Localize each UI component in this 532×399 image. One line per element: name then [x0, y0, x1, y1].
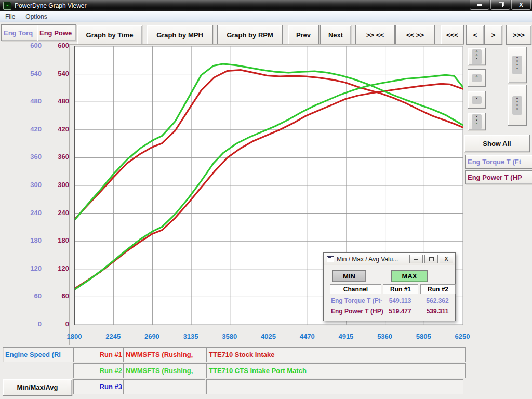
- scroll-up-fast-button[interactable]: ˄ ˄ ˄: [468, 48, 486, 65]
- torque-tick-label: 0: [19, 320, 42, 328]
- app-icon: ~: [3, 2, 11, 10]
- torque-tick-label: 420: [19, 125, 42, 133]
- torque-tick-label: 60: [19, 292, 42, 300]
- power-tick-label: 0: [46, 320, 69, 328]
- rpm-tick-label: 5805: [407, 332, 440, 340]
- rpm-tick-label: 3580: [213, 332, 246, 340]
- power-tick-label: 180: [46, 236, 69, 244]
- rpm-tick-label: 3135: [174, 332, 207, 340]
- torque-tick-label: 600: [19, 42, 42, 49]
- graph-by-mph-button[interactable]: Graph by MPH: [147, 25, 213, 45]
- power-tick-label: 540: [46, 70, 69, 77]
- minmax-window[interactable]: Min / Max / Avg Valu... X MIN MAX Channe…: [323, 252, 456, 321]
- rpm-tick-label: 4025: [252, 332, 285, 340]
- minmax-window-title: Min / Max / Avg Valu...: [337, 256, 398, 263]
- menu-file[interactable]: File: [0, 13, 20, 20]
- expand-scale-button[interactable]: ˄ ˄ ˅ ˅: [508, 85, 527, 126]
- minimize-button[interactable]: [470, 0, 489, 10]
- restore-button[interactable]: [490, 0, 510, 10]
- max-tab-button[interactable]: MAX: [391, 270, 428, 282]
- scroll-far-right-button[interactable]: >>>: [506, 25, 531, 45]
- scroll-down-fast-button[interactable]: ˅ ˅ ˅: [468, 113, 486, 130]
- run3-label-box[interactable]: Run #3: [73, 379, 126, 394]
- minmax-restore-button[interactable]: [424, 255, 438, 263]
- run3-description-box[interactable]: [206, 379, 463, 394]
- minmax-close-button[interactable]: X: [440, 255, 453, 263]
- rpm-tick-label: 4470: [290, 332, 324, 340]
- power-tick-label: 120: [46, 264, 69, 272]
- minmax-col-run2: Run #2: [420, 284, 456, 294]
- minmax-window-icon: [327, 256, 334, 262]
- minmax-col-run1: Run #1: [383, 284, 418, 294]
- collapse-scale-button[interactable]: ˅ ˅ ˄ ˄: [508, 47, 527, 83]
- power-tick-label: 480: [46, 97, 69, 105]
- graph-by-rpm-button[interactable]: Graph by RPM: [217, 25, 283, 45]
- prev-button[interactable]: Prev: [288, 25, 319, 45]
- run1-file-box[interactable]: NWMSFTS (Rushing,: [123, 347, 207, 362]
- menu-options[interactable]: Options: [20, 13, 52, 20]
- menu-bar: File Options: [0, 11, 532, 22]
- engine-speed-channel-box[interactable]: Engine Speed (RI: [3, 347, 74, 362]
- zoom-in-button[interactable]: >> <<: [355, 25, 395, 45]
- power-tick-label: 360: [46, 153, 69, 161]
- torque-tick-label: 180: [19, 236, 42, 244]
- power-tick-label: 240: [46, 209, 69, 217]
- minmax-minimize-button[interactable]: [409, 255, 423, 263]
- minmax-row-power-run1: 519.477: [383, 307, 417, 315]
- minmax-col-channel: Channel: [330, 284, 381, 294]
- scroll-left-button[interactable]: <: [466, 25, 484, 45]
- torque-tick-label: 300: [19, 181, 42, 189]
- minmax-row-torque-channel: Eng Torque T (Ft-: [331, 297, 382, 305]
- title-bar[interactable]: ~ PowerDyne Graph Viewer X: [0, 0, 532, 11]
- run2-label-box[interactable]: Run #2: [73, 363, 126, 378]
- graph-by-time-button[interactable]: Graph by Time: [77, 25, 142, 45]
- scroll-far-left-button[interactable]: <<<: [441, 25, 464, 45]
- run2-file-box[interactable]: NWMSFTS (Rushing,: [123, 363, 207, 378]
- run3-file-box[interactable]: [123, 379, 205, 394]
- torque-tick-label: 120: [19, 264, 42, 272]
- scroll-up-button[interactable]: ˄: [468, 69, 486, 87]
- run1-label-box[interactable]: Run #1: [73, 347, 126, 362]
- torque-tick-label: 540: [19, 70, 42, 77]
- rpm-tick-label: 5360: [368, 332, 402, 340]
- minmax-row-torque-run2: 562.362: [420, 297, 455, 305]
- minmax-row-power-channel: Eng Power T (HP): [331, 307, 383, 315]
- torque-tick-label: 480: [19, 97, 42, 105]
- power-tick-label: 60: [46, 292, 69, 300]
- show-all-button[interactable]: Show All: [464, 135, 530, 152]
- torque-tick-label: 360: [19, 153, 42, 161]
- min-tab-button[interactable]: MIN: [332, 270, 366, 282]
- close-button[interactable]: X: [511, 0, 531, 10]
- rpm-tick-label: 4915: [329, 332, 363, 340]
- power-channel-button[interactable]: Eng Power T (HP: [465, 170, 532, 184]
- scroll-down-button[interactable]: ˅: [468, 91, 486, 109]
- minmax-row-torque-run1: 549.113: [383, 297, 417, 305]
- window-title: PowerDyne Graph Viewer: [15, 2, 87, 9]
- run2-description-box[interactable]: TTE710 CTS Intake Port Match: [206, 363, 466, 378]
- zoom-out-button[interactable]: << >>: [395, 25, 435, 45]
- minmax-title-bar[interactable]: Min / Max / Avg Valu... X: [324, 253, 455, 265]
- minmaxavg-button[interactable]: Min/Max/Avg: [3, 379, 72, 396]
- torque-channel-button[interactable]: Eng Torque T (Ft: [465, 155, 532, 169]
- torque-tick-label: 240: [19, 209, 42, 217]
- power-tick-label: 300: [46, 181, 69, 189]
- eng-power-axis-button[interactable]: Eng Powe: [37, 24, 76, 41]
- next-button[interactable]: Next: [320, 25, 351, 45]
- app-window: ~ PowerDyne Graph Viewer X File Options …: [0, 0, 532, 399]
- eng-torque-axis-button[interactable]: Eng Torq: [1, 24, 38, 41]
- rpm-tick-label: 2245: [97, 332, 130, 340]
- minmax-row-power-run2: 539.311: [420, 307, 455, 315]
- scroll-right-button[interactable]: >: [484, 25, 502, 45]
- rpm-tick-label: 6250: [446, 332, 479, 340]
- rpm-tick-label: 1800: [58, 332, 91, 340]
- power-tick-label: 420: [46, 125, 69, 133]
- power-tick-label: 600: [46, 42, 69, 49]
- run1-description-box[interactable]: TTE710 Stock Intake: [206, 347, 466, 362]
- rpm-tick-label: 2690: [135, 332, 168, 340]
